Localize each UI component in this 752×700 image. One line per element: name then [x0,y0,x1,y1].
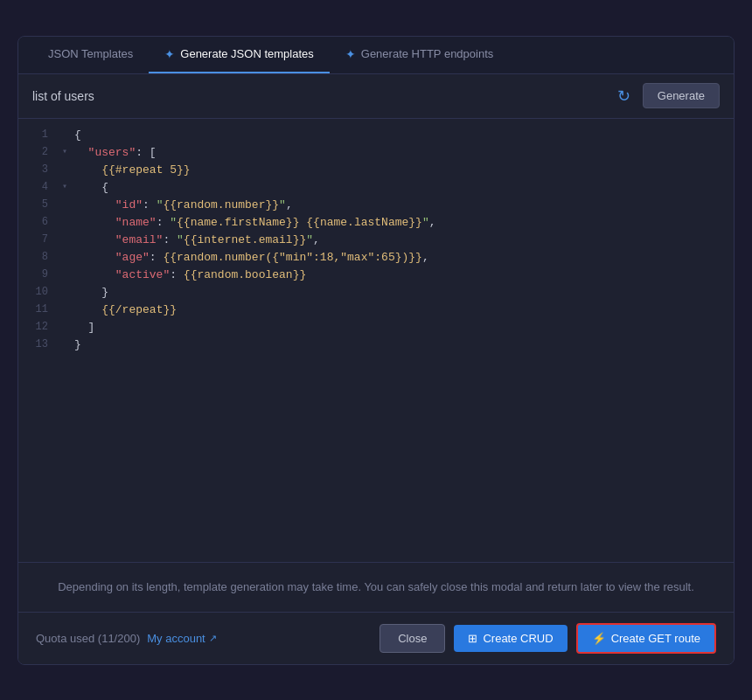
search-input[interactable] [32,89,605,103]
line-num-4: 4 [18,181,62,193]
quota-label: Quota used (11/200) [36,632,140,645]
refresh-button[interactable]: ↻ [614,83,634,109]
footer-info: Depending on its length, template genera… [18,562,734,612]
tab-json-templates[interactable]: JSON Templates [32,37,149,73]
refresh-icon: ↻ [617,87,630,106]
line-num-7: 7 [18,233,62,246]
line-num-3: 3 [18,163,62,176]
tab-bar: JSON Templates ✦ Generate JSON templates… [18,37,734,74]
code-line-13: 13 } [18,337,734,355]
line-num-1: 1 [18,128,62,141]
code-line-5: 5 "id": "{{random.number}}", [18,198,734,215]
line-num-8: 8 [18,251,62,263]
generate-button[interactable]: Generate [643,83,720,108]
route-icon: ⚡ [592,632,606,645]
code-line-12: 12 ] [18,320,734,337]
tab-json-templates-label: JSON Templates [48,47,133,60]
action-buttons: Close ⊞ Create CRUD ⚡ Create GET route [379,623,716,654]
line-num-6: 6 [18,216,62,228]
close-button[interactable]: Close [379,624,445,653]
tab-generate-json-label: Generate JSON templates [180,47,313,60]
code-line-11: 11 {{/repeat}} [18,302,734,320]
code-line-10: 10 } [18,285,734,302]
generate-label: Generate [658,89,705,102]
line-num-5: 5 [18,198,62,211]
create-crud-button[interactable]: ⊞ Create CRUD [454,625,567,652]
code-line-7: 7 "email": "{{internet.email}}", [18,232,734,250]
create-crud-label: Create CRUD [483,632,553,645]
code-editor: 1 { 2 ▾ "users": [ 3 {{#repeat 5}} 4 ▾ {… [18,119,734,563]
quota-info: Quota used (11/200) My account ↗ [36,632,217,645]
tab-generate-http-label: Generate HTTP endpoints [361,47,494,60]
code-line-9: 9 "active": {{random.boolean}} [18,267,734,285]
external-link-icon: ↗ [209,633,217,644]
close-label: Close [398,632,427,645]
code-line-6: 6 "name": "{{name.firstName}} {{name.las… [18,215,734,232]
footer-actions: Quota used (11/200) My account ↗ Close ⊞… [18,612,734,664]
line-num-9: 9 [18,268,62,281]
line-num-2: 2 [18,146,62,158]
code-line-4: 4 ▾ { [18,180,734,198]
code-line-1: 1 { [18,128,734,145]
line-num-10: 10 [18,286,62,298]
code-line-8: 8 "age": {{random.number({"min":18,"max"… [18,250,734,267]
spark-icon-1: ✦ [164,47,175,61]
code-line-3: 3 {{#repeat 5}} [18,163,734,180]
my-account-link[interactable]: My account ↗ [147,632,216,645]
spark-icon-2: ✦ [345,47,356,61]
my-account-label: My account [147,632,205,645]
crud-icon: ⊞ [468,632,477,645]
create-get-route-label: Create GET route [611,632,700,645]
line-num-12: 12 [18,321,62,333]
tab-generate-http[interactable]: ✦ Generate HTTP endpoints [330,37,510,73]
line-num-13: 13 [18,338,62,350]
line-num-11: 11 [18,303,62,315]
footer-info-text: Depending on its length, template genera… [58,580,694,593]
create-get-route-button[interactable]: ⚡ Create GET route [576,623,716,654]
tab-generate-json[interactable]: ✦ Generate JSON templates [149,37,329,73]
code-line-2: 2 ▾ "users": [ [18,145,734,163]
search-bar: ↻ Generate [18,74,734,119]
modal: JSON Templates ✦ Generate JSON templates… [17,36,735,665]
